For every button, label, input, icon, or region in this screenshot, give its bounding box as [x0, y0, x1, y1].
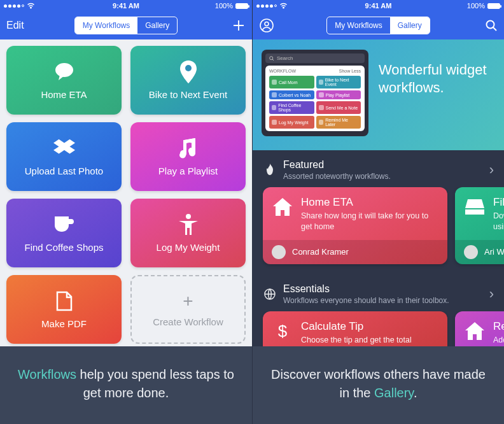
card-subtitle: Choose the tip and get the total: [301, 335, 438, 346]
featured-cards-row[interactable]: Home ETAShare how long it will take for …: [253, 187, 504, 274]
battery-icon: [487, 3, 500, 9]
gallery-card[interactable]: File DDownlusing aAri We: [455, 187, 504, 264]
add-button[interactable]: [220, 18, 246, 32]
plus-icon: +: [183, 292, 193, 310]
segmented-control[interactable]: My Workflows Gallery: [326, 17, 430, 34]
chevron-right-icon: ›: [489, 286, 494, 302]
svg-text:$: $: [278, 322, 288, 341]
create-workflow-tile[interactable]: +Create Workflow: [130, 275, 246, 344]
search-button[interactable]: [472, 19, 498, 32]
signal-dots-icon: [4, 4, 24, 8]
house-icon: [464, 320, 486, 342]
hero-widget-item: Log My Weight: [269, 116, 314, 129]
section-essentials[interactable]: Essentials Workflows everyone should hav…: [253, 274, 504, 311]
gallery-hero[interactable]: Search WORKFLOW Show Less Call MomBike t…: [253, 39, 504, 150]
status-time: 9:41 AM: [365, 2, 392, 10]
hero-search-label: Search: [277, 55, 293, 61]
hero-widget-toggle: Show Less: [339, 69, 361, 73]
screen-my-workflows: 9:41 AM 100% Edit My Workflows Gallery H…: [0, 0, 252, 424]
avatar: [272, 245, 286, 259]
dropbox-icon: [53, 138, 75, 159]
profile-icon: [259, 18, 274, 33]
cup-icon: [53, 214, 75, 236]
tile-label: Bike to Next Event: [149, 89, 227, 100]
card-subtitle: Add a r: [493, 335, 504, 346]
caption-highlight: Gallery: [374, 386, 414, 400]
section-subtitle: Assorted noteworthy workflows.: [283, 172, 483, 181]
workflow-grid: Home ETABike to Next EventUpload Last Ph…: [0, 39, 252, 350]
section-subtitle: Workflows everyone should have in their …: [283, 296, 483, 305]
status-bar: 9:41 AM 100%: [0, 0, 252, 11]
tile-weight[interactable]: Log My Weight: [130, 199, 246, 267]
card-author-row: Ari We: [455, 240, 504, 264]
hero-widget-item: Bike to Next Event: [316, 76, 361, 88]
segment-gallery[interactable]: Gallery: [390, 17, 430, 34]
tile-label: Log My Weight: [157, 242, 220, 253]
svg-point-1: [185, 65, 192, 71]
avatar: [464, 245, 478, 259]
nav-bar: Edit My Workflows Gallery: [0, 11, 252, 39]
hero-title: Wonderful widget workflows.: [379, 50, 495, 96]
screen-gallery: 9:41 AM 100% My Workflows Gallery Search…: [252, 0, 504, 424]
wifi-icon: [27, 3, 35, 9]
pin-icon: [178, 61, 199, 83]
section-title: Essentials: [283, 283, 483, 295]
segmented-control[interactable]: My Workflows Gallery: [74, 17, 178, 34]
tile-pdf[interactable]: Make PDF: [6, 275, 122, 344]
battery-icon: [235, 3, 248, 9]
hero-widget-item: Call Mom: [269, 76, 314, 88]
tile-label: Upload Last Photo: [25, 166, 103, 176]
svg-point-6: [270, 56, 273, 59]
card-author: Conrad Kramer: [292, 247, 349, 257]
hero-widget-item: Send Me a Note: [316, 101, 361, 114]
svg-point-5: [487, 21, 494, 29]
card-title: Remi: [493, 320, 504, 333]
tile-upload[interactable]: Upload Last Photo: [6, 122, 122, 191]
music-icon: [178, 138, 199, 159]
hero-widget-item: Colbert vs Noah: [269, 90, 314, 99]
hero-search-field: Search: [265, 53, 365, 63]
status-time: 9:41 AM: [113, 2, 139, 10]
wifi-icon: [279, 3, 288, 9]
hero-widget-item: Play Playlist: [316, 90, 361, 99]
house-icon: [272, 196, 293, 218]
chevron-right-icon: ›: [489, 162, 494, 178]
tile-label: Home ETA: [41, 89, 87, 100]
tile-playlist[interactable]: Play a Playlist: [130, 122, 246, 191]
globe-icon: [263, 287, 277, 301]
battery-pct: 100%: [467, 2, 485, 10]
card-title: Calculate Tip: [301, 320, 438, 333]
hero-widget-item: Remind Me Later: [316, 116, 361, 129]
card-title: File D: [493, 196, 504, 209]
footer-caption: Workflows help you spend less taps to ge…: [0, 346, 252, 424]
signal-dots-icon: [256, 4, 277, 8]
caption-text: .: [414, 386, 417, 400]
hero-widget-item: Find Coffee Shops: [269, 101, 314, 114]
plus-icon: [232, 18, 246, 32]
search-icon: [269, 56, 274, 61]
status-bar: 9:41 AM 100%: [253, 0, 504, 11]
hero-widget-title: WORKFLOW: [269, 69, 296, 73]
card-author-row: Conrad Kramer: [263, 240, 447, 264]
section-featured[interactable]: Featured Assorted noteworthy workflows. …: [253, 150, 504, 187]
card-subtitle: Downlusing a: [493, 211, 504, 232]
edit-button[interactable]: Edit: [6, 20, 32, 31]
segment-gallery[interactable]: Gallery: [137, 17, 177, 34]
gallery-card[interactable]: Home ETAShare how long it will take for …: [263, 187, 447, 264]
tile-bike[interactable]: Bike to Next Event: [130, 46, 246, 115]
tile-label: Make PDF: [41, 318, 87, 329]
body-icon: [178, 214, 199, 236]
card-title: Home ETA: [301, 196, 438, 209]
segment-my-workflows[interactable]: My Workflows: [327, 17, 389, 34]
card-author: Ari We: [484, 247, 504, 257]
tile-label: Find Coffee Shops: [25, 242, 104, 253]
section-title: Featured: [283, 159, 483, 171]
tile-coffee[interactable]: Find Coffee Shops: [6, 199, 122, 267]
caption-highlight: Workflows: [18, 367, 76, 381]
footer-caption: Discover workflows others have made in t…: [253, 346, 504, 424]
segment-my-workflows[interactable]: My Workflows: [75, 17, 137, 34]
svg-point-4: [265, 22, 269, 26]
profile-button[interactable]: [259, 18, 284, 33]
tile-home-eta[interactable]: Home ETA: [6, 46, 122, 115]
svg-point-2: [186, 214, 191, 219]
